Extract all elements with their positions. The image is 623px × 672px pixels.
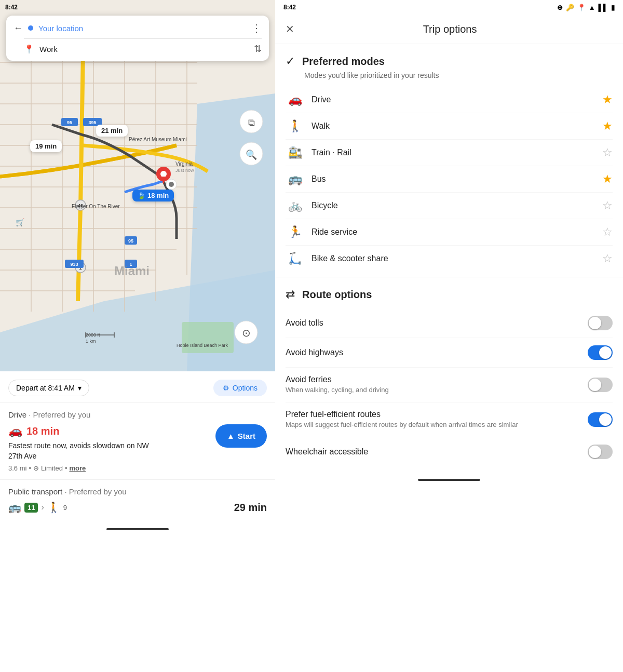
walk-star-button[interactable]: ★ (602, 119, 613, 133)
avoid-highways-toggle[interactable] (588, 345, 613, 360)
results-area: Depart at 8:41 AM ▾ ⚙ Options Drive · Pr… (0, 371, 275, 672)
walk-icon: 🚶 (47, 501, 60, 514)
car-icon: 🚗 (8, 424, 22, 438)
depart-time-label: Depart at 8:41 AM (16, 384, 75, 392)
bike-scooter-mode-label: Bike & scooter share (304, 254, 602, 263)
scale-km-label: 1 km (86, 339, 96, 344)
start-label: Start (238, 432, 255, 440)
search-divider (24, 38, 262, 39)
home-indicator (106, 528, 169, 530)
transit-section: Public transport · Preferred by you 🚌 11… (0, 480, 275, 521)
drive-mode-label: Drive (304, 95, 602, 104)
drive-route-info: 🚗 18 min Fastest route now, avoids slowd… (8, 424, 154, 472)
avoid-tolls-row: Avoid tolls (286, 308, 613, 338)
avoid-ferries-knob (589, 379, 601, 391)
avoid-highways-label-block: Avoid highways (286, 348, 588, 357)
train-mode-label: Train · Rail (304, 148, 602, 157)
time-left: 8:42 (5, 4, 18, 11)
walmart-icon: 🛒 (16, 218, 24, 226)
wheelchair-label-block: Wheelchair accessible (286, 447, 588, 456)
train-star-button[interactable]: ☆ (602, 146, 613, 159)
ride-service-star-button[interactable]: ☆ (602, 225, 613, 239)
battery-icon: ▮ (611, 4, 615, 11)
flagler-label: Flagler On The River (72, 204, 120, 209)
scale-ft-label: 2000 ft (86, 332, 100, 338)
options-button[interactable]: ⚙ Options (213, 380, 267, 396)
avoid-tolls-label: Avoid tolls (286, 318, 577, 328)
mode-ride-service-row: 🏃 Ride service ☆ (286, 219, 613, 246)
transit-mode-label: Public transport (8, 487, 62, 496)
svg-text:⊙: ⊙ (242, 327, 251, 339)
bus-mode-label: Bus (304, 174, 602, 184)
status-bar-right: 8:42 ⊕ 🔑 📍 ▲ ▌▌ ▮ (275, 0, 623, 15)
toll-icon: ⊕ (33, 464, 39, 472)
route-time-bubble-18: 🍃 18 min (132, 190, 174, 201)
close-button[interactable]: ✕ (286, 23, 294, 35)
signal-icon: ▌▌ (599, 4, 608, 11)
train-mode-icon: 🚉 (286, 146, 304, 159)
mode-bike-scooter-row: 🛴 Bike & scooter share ☆ (286, 246, 613, 272)
drive-route-main: 🚗 18 min Fastest route now, avoids slowd… (8, 424, 267, 472)
mode-bus-row: 🚌 Bus ★ (286, 166, 613, 193)
avoid-ferries-toggle[interactable] (588, 378, 613, 392)
back-button[interactable]: ← (13, 23, 23, 34)
bus-mode-icon: 🚌 (286, 172, 304, 186)
avoid-highways-knob (599, 346, 612, 359)
preferred-modes-title: Preferred modes (302, 56, 385, 68)
wheelchair-toggle[interactable] (588, 445, 613, 459)
start-button[interactable]: ▲ Start (215, 424, 267, 448)
wheelchair-label: Wheelchair accessible (286, 447, 577, 456)
svg-text:Miami: Miami (114, 264, 150, 278)
avoid-highways-row: Avoid highways (286, 338, 613, 368)
bicycle-star-button[interactable]: ☆ (602, 199, 613, 212)
dot-separator: • (29, 464, 31, 472)
search-overlay: ← Your location ⋮ 📍 Work ⇅ (6, 16, 269, 61)
map-area: 41 1 95 395 933 1 95 Miami (0, 0, 275, 371)
bike-scooter-mode-icon: 🛴 (286, 252, 304, 265)
avoid-tolls-toggle[interactable] (588, 316, 613, 330)
bicycle-mode-icon: 🚲 (286, 199, 304, 212)
bike-scooter-star-button[interactable]: ☆ (602, 252, 613, 265)
destination-field[interactable]: Work (39, 45, 249, 53)
fuel-efficient-row: Prefer fuel-efficient routes Maps will s… (286, 402, 613, 437)
right-home-indicator-area (275, 472, 623, 483)
destination-pin-icon: 📍 (24, 44, 34, 54)
more-options-button[interactable]: ⋮ (251, 22, 262, 34)
right-panel: 8:42 ⊕ 🔑 📍 ▲ ▌▌ ▮ ✕ Trip options ✓ Prefe… (275, 0, 623, 672)
fuel-efficient-toggle[interactable] (588, 412, 613, 427)
fuel-efficient-label: Prefer fuel-efficient routes (286, 410, 577, 419)
fuel-efficient-label-block: Prefer fuel-efficient routes Maps will s… (286, 410, 588, 429)
drive-icon-row: 🚗 18 min (8, 424, 154, 438)
options-filter-icon: ⚙ (223, 384, 229, 392)
avoid-ferries-row: Avoid ferries When walking, cycling, and… (286, 368, 613, 402)
transit-time: 29 min (234, 502, 267, 514)
more-link[interactable]: more (69, 464, 86, 472)
bus-star-button[interactable]: ★ (602, 172, 613, 186)
bicycle-mode-label: Bicycle (304, 201, 602, 210)
walk-mode-label: Walk (304, 122, 602, 131)
walk-mode-icon: 🚶 (286, 119, 304, 133)
drive-route-section: Drive · Preferred by you 🚗 18 min Fastes… (0, 403, 275, 480)
depart-time-button[interactable]: Depart at 8:41 AM ▾ (8, 380, 89, 396)
mode-walk-row: 🚶 Walk ★ (286, 113, 613, 140)
drive-star-button[interactable]: ★ (602, 93, 613, 106)
checkmark-circle-icon: ✓ (286, 55, 295, 68)
svg-text:🔍: 🔍 (246, 149, 258, 160)
trip-header: ✕ Trip options (275, 15, 623, 44)
location-icon: ⊕ (557, 4, 563, 11)
drive-distance: 3.6 mi (8, 464, 26, 472)
fuel-efficient-knob (599, 413, 612, 426)
transit-header: Public transport · Preferred by you (8, 487, 267, 496)
origin-field[interactable]: Your location (38, 24, 246, 33)
just-now-label: Just now (175, 168, 194, 173)
depart-row: Depart at 8:41 AM ▾ ⚙ Options (0, 371, 275, 403)
navigation-icon: ▲ (227, 432, 235, 440)
swap-directions-button[interactable]: ⇅ (254, 43, 262, 55)
transit-row: 🚌 11 › 🚶 9 29 min (8, 501, 267, 514)
preferred-modes-heading: ✓ Preferred modes (286, 55, 613, 68)
drive-description: Fastest route now, avoids slowdown on NW… (8, 441, 154, 461)
drive-toll-label: Limited (41, 464, 63, 472)
svg-text:⧉: ⧉ (248, 117, 255, 128)
svg-rect-41 (182, 322, 234, 353)
avoid-tolls-knob (589, 317, 601, 329)
